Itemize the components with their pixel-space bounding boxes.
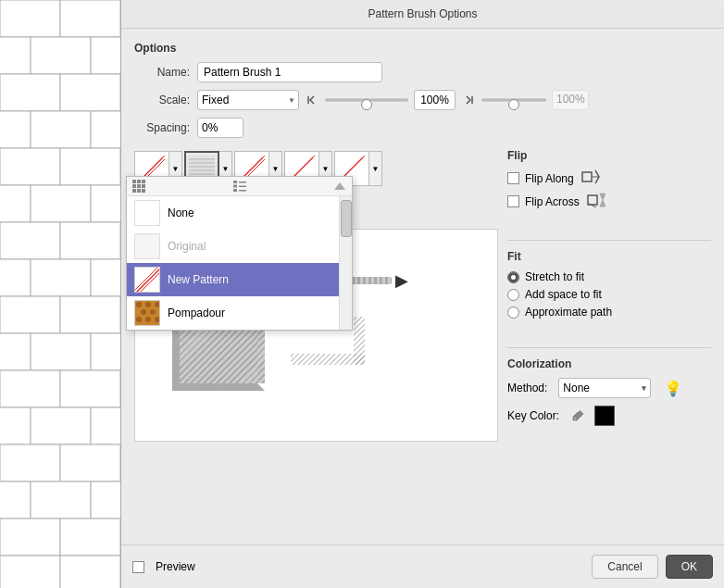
svg-rect-94	[137, 184, 141, 188]
spacing-input[interactable]	[197, 118, 243, 138]
original-thumb	[134, 233, 160, 259]
pattern-item-new-pattern[interactable]: New Pattern	[127, 263, 339, 296]
svg-rect-100	[239, 181, 246, 183]
key-color-label: Key Color:	[507, 409, 559, 422]
pattern-dropdown: None Original New Pattern	[126, 176, 353, 331]
svg-point-114	[150, 309, 156, 315]
svg-point-115	[136, 317, 142, 322]
name-input[interactable]	[197, 62, 382, 82]
flip-section-label: Flip	[507, 149, 711, 162]
svg-rect-27	[60, 370, 120, 407]
dropdown-scroll-up[interactable]	[333, 181, 346, 191]
dropdown-scrollbar-thumb[interactable]	[341, 200, 352, 237]
flip-across-label: Flip Across	[525, 195, 580, 208]
svg-rect-6	[0, 74, 60, 111]
svg-point-111	[145, 302, 151, 307]
approx-path-row: Approximate path	[507, 306, 711, 319]
stretch-to-fit-radio[interactable]	[507, 271, 519, 283]
svg-rect-92	[142, 180, 145, 183]
svg-point-117	[155, 317, 160, 322]
pompadour-thumb	[134, 300, 160, 326]
name-row: Name:	[134, 62, 711, 82]
stretch-to-fit-row: Stretch to fit	[507, 270, 711, 283]
svg-rect-36	[0, 519, 60, 556]
dropdown-content: None Original New Pattern	[127, 196, 352, 330]
scale-slider[interactable]	[325, 98, 408, 102]
preview-checkbox[interactable]	[132, 561, 144, 573]
none-label: None	[168, 206, 194, 219]
scale-slider-thumb[interactable]	[361, 99, 372, 110]
add-space-radio[interactable]	[507, 289, 519, 301]
method-select[interactable]: None Tints Tints and Shades Hue Shift	[558, 378, 651, 398]
svg-rect-8	[0, 111, 31, 148]
svg-rect-2	[60, 0, 120, 37]
ok-button[interactable]: OK	[666, 555, 713, 579]
dropdown-list-icon[interactable]	[233, 180, 246, 193]
svg-rect-91	[137, 180, 141, 183]
svg-line-107	[135, 268, 157, 293]
scale-slider2[interactable]	[481, 98, 546, 102]
scale-right-icon	[461, 93, 476, 107]
svg-rect-20	[91, 259, 120, 296]
key-color-swatch[interactable]	[594, 406, 615, 426]
flip-across-checkbox[interactable]	[507, 195, 519, 207]
scale-percent-input[interactable]	[414, 90, 456, 110]
tip-icon[interactable]: 💡	[664, 380, 682, 397]
svg-rect-95	[142, 184, 145, 188]
scale-select[interactable]: Fixed Auto Custom	[197, 90, 299, 110]
svg-rect-1	[0, 0, 60, 37]
svg-rect-103	[233, 189, 237, 192]
preview-row: Preview	[132, 560, 195, 573]
svg-rect-87	[588, 195, 597, 205]
eyedropper-icon[interactable]	[570, 408, 585, 423]
flip-section: Flip Flip Along	[507, 149, 711, 216]
svg-rect-3	[0, 37, 31, 74]
preview-label: Preview	[156, 560, 195, 573]
svg-rect-29	[31, 407, 91, 444]
stretch-to-fit-label: Stretch to fit	[525, 270, 584, 283]
fit-section-label: Fit	[507, 250, 711, 263]
pattern-item-none[interactable]: None	[127, 196, 339, 230]
svg-point-110	[136, 302, 142, 307]
svg-rect-21	[0, 296, 60, 333]
svg-rect-38	[0, 556, 60, 588]
svg-rect-33	[0, 482, 31, 519]
scale-slider2-thumb[interactable]	[508, 99, 519, 110]
svg-rect-99	[233, 181, 237, 183]
svg-rect-14	[31, 185, 91, 222]
new-pattern-thumb	[134, 267, 160, 293]
pattern-list: None Original New Pattern	[127, 196, 339, 330]
svg-marker-105	[334, 182, 345, 190]
svg-point-116	[145, 317, 151, 322]
svg-rect-7	[60, 74, 120, 111]
svg-rect-23	[0, 333, 31, 370]
scale-select-wrapper: Fixed Auto Custom	[197, 90, 299, 110]
approx-path-radio[interactable]	[507, 307, 519, 319]
brush-tile-5-dropdown[interactable]: ▼	[369, 151, 382, 186]
svg-rect-25	[91, 333, 120, 370]
method-row: Method: None Tints Tints and Shades Hue …	[507, 378, 711, 398]
dialog-footer: Preview Cancel OK	[121, 544, 724, 588]
svg-rect-104	[239, 190, 246, 192]
svg-rect-5	[91, 37, 120, 74]
cancel-button[interactable]: Cancel	[592, 555, 657, 579]
fit-section: Fit Stretch to fit Add space to fit Appr…	[507, 250, 711, 323]
pattern-item-pompadour[interactable]: Pompadour	[127, 296, 339, 330]
flip-along-checkbox[interactable]	[507, 172, 519, 184]
svg-rect-83	[354, 317, 365, 365]
original-label: Original	[168, 240, 206, 253]
svg-rect-90	[132, 180, 136, 183]
dropdown-grid-icon	[132, 180, 145, 193]
svg-rect-19	[31, 259, 91, 296]
background-canvas	[0, 0, 120, 588]
flip-along-label: Flip Along	[525, 172, 574, 185]
svg-rect-85	[582, 172, 592, 181]
svg-rect-30	[91, 407, 120, 444]
scale-row: Scale: Fixed Auto Custom	[134, 90, 711, 110]
method-label: Method:	[507, 382, 547, 394]
svg-rect-11	[0, 148, 60, 185]
dropdown-scrollbar[interactable]	[339, 196, 352, 330]
pompadour-label: Pompadour	[168, 307, 225, 319]
pattern-item-original[interactable]: Original	[127, 230, 339, 263]
svg-rect-31	[0, 444, 60, 482]
